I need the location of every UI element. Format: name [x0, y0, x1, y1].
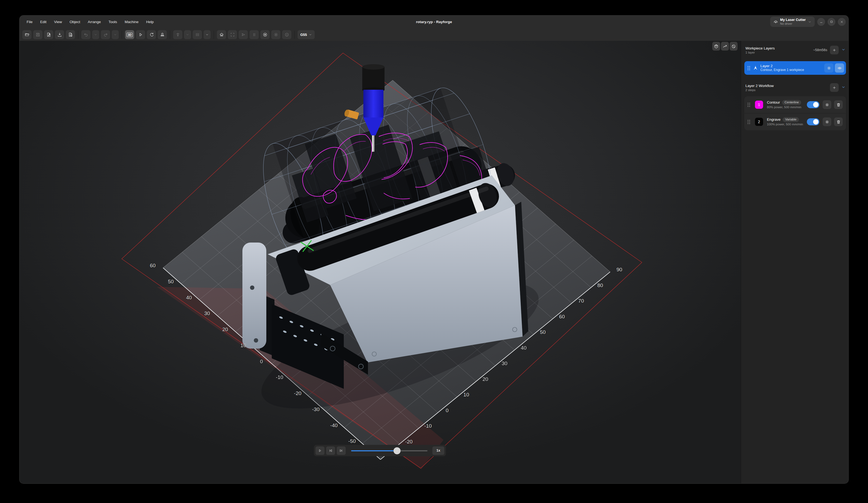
menu-file[interactable]: File — [23, 19, 36, 25]
job-time-estimate: ~58m56s — [813, 48, 827, 52]
stop-button[interactable] — [260, 30, 270, 39]
trash-icon — [836, 120, 841, 124]
step-settings-button[interactable] — [823, 100, 831, 109]
save-button[interactable] — [33, 30, 42, 39]
perspective-toggle-button[interactable] — [712, 42, 720, 51]
redo-menu-button[interactable] — [112, 30, 119, 39]
skip-end-icon — [339, 448, 343, 453]
menu-edit[interactable]: Edit — [37, 19, 50, 25]
step-enabled-toggle[interactable] — [807, 101, 819, 108]
viewport-3d-scene — [20, 41, 741, 483]
align-menu-button[interactable] — [184, 30, 191, 39]
document-export-icon — [68, 32, 73, 37]
plus-icon — [833, 48, 836, 52]
layer-visibility-button[interactable] — [835, 63, 844, 73]
machine-selector-button[interactable]: My Laser Cutter No driver — [770, 17, 815, 27]
menu-tools[interactable]: Tools — [105, 19, 121, 25]
right-sidebar: Workpiece Layers 1 layer ~58m56s Layer 2… — [741, 41, 848, 483]
close-icon — [840, 20, 844, 24]
align-button[interactable] — [173, 30, 182, 39]
send-icon — [241, 32, 246, 37]
pause-button[interactable] — [249, 30, 259, 39]
menu-help[interactable]: Help — [143, 19, 157, 25]
workpiece-icon — [753, 65, 758, 71]
step-settings-button[interactable] — [823, 117, 831, 126]
undo-menu-button[interactable] — [92, 30, 99, 39]
workflow-step-row[interactable]: 2 Engrave Variable 100% power, 500 mm/mi… — [744, 113, 846, 130]
regenerate-button[interactable] — [147, 30, 156, 39]
show-travel-moves-button[interactable] — [721, 42, 729, 51]
simulation-progress-slider[interactable] — [351, 446, 427, 455]
layer-row-selected[interactable]: Layer 2 Contour, Engrave 1 workpiece — [744, 61, 846, 75]
laser-pointer-button[interactable] — [271, 30, 280, 39]
skip-start-button[interactable] — [326, 446, 335, 455]
layer-settings-button[interactable] — [824, 63, 834, 73]
gear-icon — [825, 120, 829, 124]
clipping-toggle-button[interactable] — [730, 42, 737, 51]
maximize-button[interactable] — [827, 18, 835, 26]
pause-icon — [252, 32, 257, 37]
layer-name: Layer 2 — [761, 64, 824, 68]
minimize-button[interactable] — [817, 18, 825, 26]
undo-button[interactable] — [81, 30, 91, 39]
step-delete-button[interactable] — [834, 100, 843, 109]
main-toolbar: 3D G55 — [22, 29, 315, 41]
skip-start-icon — [329, 448, 332, 453]
save-as-button[interactable] — [44, 30, 53, 39]
redo-button[interactable] — [101, 30, 110, 39]
step-enabled-toggle[interactable] — [807, 118, 819, 125]
distribute-menu-button[interactable] — [204, 30, 210, 39]
close-button[interactable] — [838, 18, 846, 26]
menu-object[interactable]: Object — [66, 19, 83, 25]
distribute-button[interactable] — [193, 30, 202, 39]
workflow-steps-card: 1 Contour Centerline 80% power, 500 mm/m… — [744, 96, 846, 130]
toggle-3d-view-button[interactable]: 3D — [125, 30, 134, 39]
menu-arrange[interactable]: Arrange — [84, 19, 104, 25]
chevron-down-icon — [808, 20, 812, 24]
set-origin-button[interactable] — [282, 30, 291, 39]
send-job-button[interactable] — [239, 30, 248, 39]
collapse-layers-button[interactable] — [841, 47, 846, 53]
add-layer-button[interactable] — [830, 46, 839, 54]
chevron-down-icon — [205, 32, 209, 37]
collapse-workflow-button[interactable] — [841, 85, 846, 91]
document-edit-icon — [46, 32, 51, 37]
drag-handle-icon[interactable] — [747, 66, 750, 70]
skip-end-button[interactable] — [337, 446, 346, 455]
drag-handle-icon[interactable] — [747, 120, 750, 124]
step-number-chip: 1 — [755, 101, 763, 109]
wcs-label: G55 — [300, 33, 307, 37]
home-icon — [219, 32, 224, 37]
material-test-button[interactable] — [158, 30, 167, 39]
home-machine-button[interactable] — [217, 30, 226, 39]
cube-icon — [714, 44, 719, 49]
eye-icon — [837, 66, 842, 70]
workflow-step-row[interactable]: 1 Contour Centerline 80% power, 500 mm/m… — [744, 96, 846, 113]
frame-corners-icon — [230, 32, 235, 37]
desktop: FileEditViewObjectArrangeToolsMachineHel… — [0, 0, 868, 503]
menu-view[interactable]: View — [51, 19, 65, 25]
menubar: FileEditViewObjectArrangeToolsMachineHel… — [23, 16, 157, 28]
target-dot-icon — [285, 32, 289, 37]
step-delete-button[interactable] — [834, 117, 843, 126]
frame-job-button[interactable] — [228, 30, 237, 39]
maximize-icon — [830, 20, 833, 23]
laser-device-icon — [773, 20, 778, 24]
step-name: Contour — [767, 100, 780, 105]
drag-handle-icon[interactable] — [747, 103, 750, 107]
gear-icon — [827, 66, 831, 70]
export-gcode-button[interactable] — [66, 30, 75, 39]
gear-icon — [825, 103, 829, 107]
add-step-button[interactable] — [830, 83, 839, 92]
import-button[interactable] — [55, 30, 64, 39]
open-file-button[interactable] — [22, 30, 32, 39]
playback-speed-button[interactable]: 1x — [432, 446, 444, 455]
chevron-down-icon — [841, 47, 846, 52]
menu-machine[interactable]: Machine — [122, 19, 142, 25]
save-icon — [35, 32, 40, 37]
device-status: No driver — [780, 22, 806, 25]
simulate-button[interactable] — [136, 30, 145, 39]
play-button[interactable] — [316, 446, 324, 455]
wcs-selector-button[interactable]: G55 — [298, 30, 315, 39]
viewport-3d[interactable]: 6050403020100-10-20-30-40-50908070605040… — [20, 41, 741, 483]
